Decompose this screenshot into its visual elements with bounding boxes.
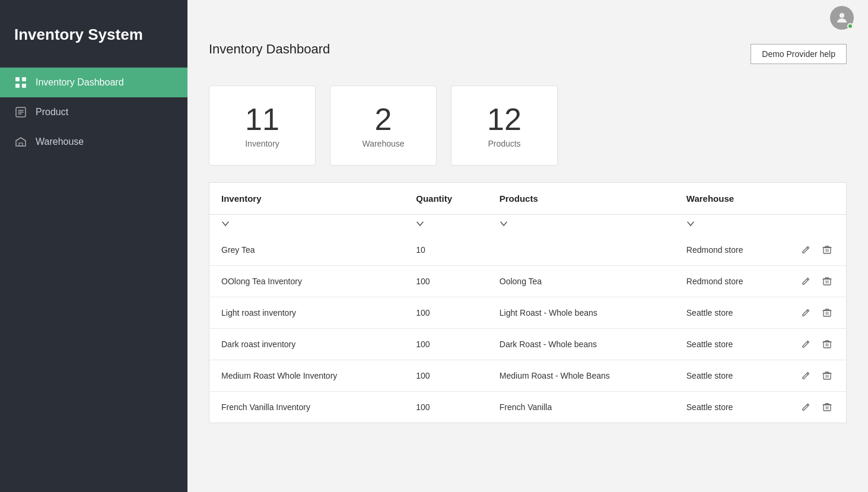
inventory-table: Inventory Quantity Products Warehouse [209, 182, 847, 423]
svg-rect-9 [824, 310, 831, 316]
cell-warehouse: Seattle store [675, 360, 787, 392]
avatar-online-dot [847, 23, 853, 29]
filter-warehouse[interactable] [686, 220, 695, 228]
filter-products[interactable] [500, 220, 508, 228]
sidebar-item-label-dashboard: Inventory Dashboard [36, 77, 124, 88]
cell-quantity: 100 [404, 360, 488, 392]
stats-row: 11 Inventory 2 Warehouse 12 Products [209, 85, 847, 166]
delete-button[interactable] [820, 401, 834, 413]
cell-quantity: 10 [404, 234, 488, 266]
cell-quantity: 100 [404, 329, 488, 360]
stat-label-products: Products [488, 139, 520, 148]
edit-button[interactable] [799, 275, 813, 287]
cell-warehouse: Seattle store [675, 297, 787, 329]
delete-button[interactable] [820, 275, 834, 287]
edit-button[interactable] [799, 244, 813, 256]
col-header-actions [787, 183, 847, 215]
cell-actions [787, 360, 847, 392]
cell-product: French Vanilla [488, 392, 675, 423]
cell-quantity: 100 [404, 392, 488, 423]
sidebar-item-inventory-dashboard[interactable]: Inventory Dashboard [0, 68, 187, 97]
cell-quantity: 100 [404, 266, 488, 297]
col-header-warehouse: Warehouse [675, 183, 787, 215]
edit-button[interactable] [799, 307, 813, 319]
stat-label-inventory: Inventory [245, 139, 279, 148]
table-body: Grey Tea 10 Redmond store [209, 234, 847, 423]
col-header-quantity: Quantity [404, 183, 488, 215]
sidebar-item-label-product: Product [36, 107, 68, 118]
cell-product: Light Roast - Whole beans [488, 297, 675, 329]
svg-rect-11 [824, 373, 831, 379]
col-header-inventory: Inventory [209, 183, 405, 215]
stat-number-inventory: 11 [245, 103, 279, 137]
table-row: Light roast inventory 100 Light Roast - … [209, 297, 847, 329]
product-icon [14, 106, 27, 119]
stat-card-products: 12 Products [451, 85, 558, 166]
cell-actions [787, 392, 847, 423]
svg-rect-10 [824, 342, 831, 348]
warehouse-icon [14, 135, 27, 148]
edit-button[interactable] [799, 370, 813, 382]
sidebar-item-product[interactable]: Product [0, 97, 187, 127]
cell-inventory: French Vanilla Inventory [209, 392, 405, 423]
edit-button[interactable] [799, 338, 813, 350]
page-content: Inventory Dashboard Demo Provider help 1… [187, 0, 868, 445]
svg-rect-3 [22, 84, 26, 88]
cell-product [488, 234, 675, 266]
cell-quantity: 100 [404, 297, 488, 329]
cell-inventory: OOlong Tea Inventory [209, 266, 405, 297]
svg-rect-0 [15, 77, 20, 81]
filter-inventory[interactable] [221, 220, 230, 228]
delete-button[interactable] [820, 244, 834, 256]
cell-inventory: Light roast inventory [209, 297, 405, 329]
stat-number-warehouse: 2 [375, 103, 392, 137]
sidebar-item-label-warehouse: Warehouse [36, 137, 84, 147]
cell-actions [787, 234, 847, 266]
sidebar-item-warehouse[interactable]: Warehouse [0, 127, 187, 157]
delete-button[interactable] [820, 338, 834, 350]
cell-inventory: Dark roast inventory [209, 329, 405, 360]
stat-number-products: 12 [487, 103, 522, 137]
main-content: Inventory Dashboard Demo Provider help 1… [187, 0, 868, 492]
cell-inventory: Grey Tea [209, 234, 405, 266]
sidebar-nav: Inventory Dashboard Product Warehouse [0, 68, 187, 157]
cell-warehouse: Seattle store [675, 329, 787, 360]
cell-warehouse: Redmond store [675, 234, 787, 266]
stat-card-warehouse: 2 Warehouse [330, 85, 437, 166]
stat-card-inventory: 11 Inventory [209, 85, 316, 166]
app-title: Inventory System [0, 0, 187, 68]
table-row: French Vanilla Inventory 100 French Vani… [209, 392, 847, 423]
table-row: Dark roast inventory 100 Dark Roast - Wh… [209, 329, 847, 360]
table-row: OOlong Tea Inventory 100 Oolong Tea Redm… [209, 266, 847, 297]
svg-rect-8 [824, 279, 831, 285]
help-button[interactable]: Demo Provider help [751, 44, 847, 64]
avatar[interactable] [830, 6, 854, 30]
delete-button[interactable] [820, 307, 834, 319]
svg-rect-7 [824, 247, 831, 253]
cell-actions [787, 329, 847, 360]
cell-inventory: Medium Roast Whole Inventory [209, 360, 405, 392]
svg-rect-1 [22, 77, 26, 81]
cell-actions [787, 297, 847, 329]
table-row: Medium Roast Whole Inventory 100 Medium … [209, 360, 847, 392]
filter-quantity[interactable] [416, 220, 424, 228]
delete-button[interactable] [820, 370, 834, 382]
edit-button[interactable] [799, 401, 813, 413]
page-title: Inventory Dashboard [209, 42, 330, 57]
cell-product: Dark Roast - Whole beans [488, 329, 675, 360]
stat-label-warehouse: Warehouse [362, 139, 404, 148]
filter-row [209, 215, 847, 235]
topbar [816, 0, 868, 36]
cell-warehouse: Redmond store [675, 266, 787, 297]
cell-product: Oolong Tea [488, 266, 675, 297]
sidebar: Inventory System Inventory Dashboard P [0, 0, 187, 492]
cell-product: Medium Roast - Whole Beans [488, 360, 675, 392]
svg-rect-2 [15, 84, 20, 88]
cell-actions [787, 266, 847, 297]
dashboard-icon [14, 76, 27, 89]
col-header-products: Products [488, 183, 675, 215]
table-row: Grey Tea 10 Redmond store [209, 234, 847, 266]
svg-point-6 [840, 13, 844, 18]
cell-warehouse: Seattle store [675, 392, 787, 423]
svg-rect-12 [824, 405, 831, 411]
